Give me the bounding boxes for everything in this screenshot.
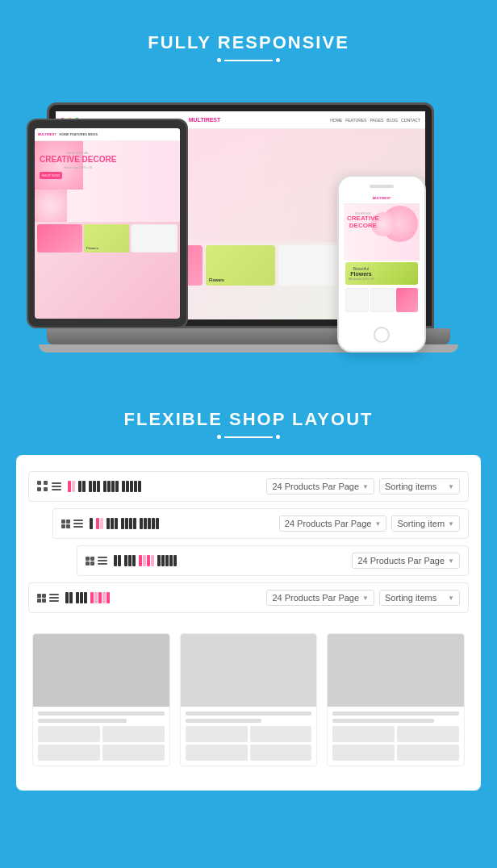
section-shop: FLEXIBLE SHOP LAYOUT	[0, 377, 497, 791]
section-divider-shop	[16, 435, 481, 439]
phone-hero-text: NEW ARRIVAL CREATIVEDECORE	[347, 212, 379, 230]
phone-promo-row	[344, 286, 420, 314]
product-card-preview-1	[32, 633, 170, 766]
toolbar-row-3: 24 Products Par Page ▼	[77, 545, 469, 576]
shop-layout-area: 24 Products Par Page ▼ Sorting items ▼	[16, 455, 481, 791]
section-title-responsive: FULLY RESPONSIVE	[16, 32, 481, 53]
sorting-label-1: Sorting items	[385, 482, 436, 491]
tablet-subtitle: Save Upto 20% Off	[40, 165, 116, 169]
divider-line	[224, 60, 273, 61]
list-view-icon-4[interactable]	[49, 592, 61, 603]
phone-content: MULTIREST NEW ARRIVAL CREATIVEDECORE	[344, 193, 420, 322]
sorting-label-2: Sorting item	[397, 519, 445, 528]
phone-promo-2	[370, 288, 394, 312]
sorting-select-1[interactable]: Sorting items ▼	[379, 478, 460, 495]
col-2	[78, 481, 86, 492]
col-1	[68, 481, 75, 492]
tablet-promo-light	[131, 224, 178, 252]
tablet-nav: MULTIREST HOME FEATURES MEGS	[35, 128, 180, 141]
section-title-shop: FLEXIBLE SHOP LAYOUT	[16, 409, 481, 430]
phone-speaker	[370, 185, 394, 188]
section-responsive: FULLY RESPONSIVE MULTIREST HOME	[0, 0, 497, 377]
view-icons-3	[86, 555, 109, 566]
phone-screen: MULTIREST NEW ARRIVAL CREATIVEDECORE	[344, 193, 420, 322]
tablet-hero: NEW ARRIVAL CREATIVE DECORE Save Upto 20…	[35, 141, 180, 222]
products-per-page-select-4[interactable]: 24 Products Par Page ▼	[266, 590, 374, 606]
sorting-arrow-4: ▼	[448, 595, 454, 602]
list-view-icon[interactable]	[52, 481, 63, 492]
laptop-nav-links: HOME FEATURES PAGES BLOG CONTACT	[330, 118, 420, 123]
toolbar-row-1: 24 Products Par Page ▼ Sorting items ▼	[28, 471, 469, 502]
grid-view-icon-4[interactable]	[37, 594, 46, 603]
view-icons-4	[37, 592, 61, 603]
list-view-icon-3[interactable]	[98, 555, 109, 566]
phone-home-button	[374, 327, 390, 343]
product-card-preview-2	[180, 633, 318, 766]
phone-banner-content: Beautiful Flowers Minimum 10% off	[349, 266, 374, 281]
col-indicators-4	[65, 592, 261, 603]
col-4	[103, 481, 119, 492]
product-image-3	[328, 634, 464, 707]
phone-banner-title: Flowers	[349, 271, 374, 277]
phone-mockup: MULTIREST NEW ARRIVAL CREATIVEDECORE	[337, 175, 426, 353]
phone-hero-title: CREATIVEDECORE	[347, 215, 379, 230]
view-icons-2	[61, 518, 85, 529]
products-per-page-select-1[interactable]: 24 Products Par Page ▼	[266, 478, 374, 495]
tablet-logo: MULTIREST	[38, 132, 56, 136]
tablet-mockup: MULTIREST HOME FEATURES MEGS NEW ARRIVAL…	[27, 119, 188, 328]
col-indicators-2	[90, 518, 274, 529]
tablet-screen: MULTIREST HOME FEATURES MEGS NEW ARRIVAL…	[35, 128, 180, 319]
product-line-2	[38, 719, 127, 723]
phone-promo-1	[345, 288, 369, 312]
product-image-2	[181, 634, 317, 707]
toolbar-row-2: 24 Products Par Page ▼ Sorting item ▼	[52, 508, 469, 539]
view-icons-1	[37, 481, 63, 492]
col-indicators-1	[68, 481, 261, 492]
product-line-6	[332, 719, 433, 723]
sorting-arrow-2: ▼	[448, 520, 454, 528]
shop-divider-line	[224, 436, 273, 438]
phone-hero: NEW ARRIVAL CREATIVEDECORE	[344, 204, 420, 261]
divider-dot-1	[217, 58, 221, 62]
sorting-label-4: Sorting items	[385, 593, 436, 603]
shop-divider-dot-2	[276, 435, 280, 439]
section-divider-responsive	[16, 58, 481, 62]
tablet-promo-label: Flowers	[86, 246, 98, 250]
product-info-2	[181, 707, 317, 766]
tablet-promo-row: Flowers	[35, 222, 180, 255]
sorting-select-2[interactable]: Sorting item ▼	[391, 515, 460, 532]
phone-nav: MULTIREST	[344, 193, 420, 204]
product-card-preview-3	[327, 633, 465, 766]
dropdown-arrow-1: ▼	[362, 483, 369, 490]
grid-view-icon[interactable]	[37, 481, 48, 492]
dropdown-arrow-3: ▼	[448, 557, 454, 565]
product-grid-preview	[28, 625, 469, 774]
phone-banner-sub: Minimum 10% off	[349, 277, 374, 281]
tablet-promo-pink	[37, 224, 82, 252]
product-line-1	[38, 712, 165, 716]
products-per-page-select-2[interactable]: 24 Products Par Page ▼	[279, 515, 387, 532]
product-sub-grid-1	[38, 726, 165, 761]
dropdown-arrow-2: ▼	[374, 520, 381, 528]
products-per-page-label-4: 24 Products Par Page	[272, 593, 359, 603]
col-5	[122, 481, 141, 492]
grid-view-icon-3[interactable]	[86, 557, 94, 565]
phone-logo: MULTIREST	[373, 196, 391, 200]
tablet-content: MULTIREST HOME FEATURES MEGS NEW ARRIVAL…	[35, 128, 180, 319]
grid-view-icon-2[interactable]	[61, 520, 70, 528]
product-sub-grid-3	[332, 726, 459, 761]
list-view-icon-2[interactable]	[73, 518, 85, 529]
product-image-1	[33, 634, 169, 707]
products-per-page-select-3[interactable]: 24 Products Par Page ▼	[352, 553, 460, 569]
products-per-page-label-1: 24 Products Par Page	[272, 482, 359, 491]
toolbar-row-4: 24 Products Par Page ▼ Sorting items ▼	[28, 582, 469, 613]
sorting-select-4[interactable]: Sorting items ▼	[379, 590, 460, 606]
sorting-arrow-1: ▼	[448, 483, 454, 490]
promo-label-3: Flowers	[209, 278, 224, 282]
promo-card-3: Flowers	[206, 245, 275, 286]
divider-dot-2	[276, 58, 280, 62]
product-line-5	[332, 712, 459, 716]
product-info-3	[328, 707, 464, 766]
col-indicators-3	[114, 555, 347, 566]
devices-mockup: MULTIREST HOME FEATURES PAGES BLOG CONTA…	[23, 78, 474, 353]
